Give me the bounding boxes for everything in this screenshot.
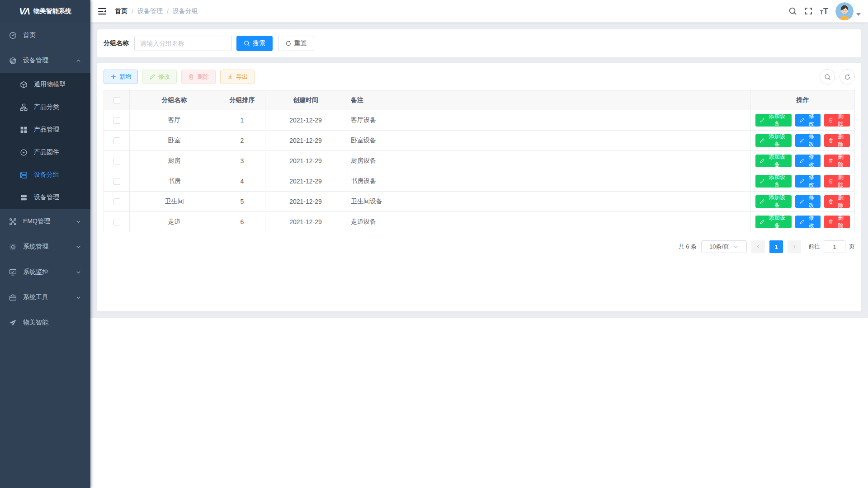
row-edit-button[interactable]: 修改 xyxy=(795,155,821,167)
cell-remark: 书房设备 xyxy=(346,171,751,192)
add-device-button[interactable]: 添加设备 xyxy=(755,134,792,147)
user-menu[interactable] xyxy=(835,2,861,20)
device-manage-icon xyxy=(9,57,17,65)
sidebar-item-product-manage[interactable]: 产品管理 xyxy=(0,118,90,141)
row-checkbox[interactable] xyxy=(113,158,120,164)
row-edit-label: 修改 xyxy=(806,194,816,209)
edit-button-label: 修改 xyxy=(158,73,170,81)
row-edit-label: 修改 xyxy=(806,113,816,128)
cell-group-name: 卫生间 xyxy=(130,192,219,212)
cell-group-order: 3 xyxy=(219,151,265,171)
group-name-input[interactable] xyxy=(134,36,232,51)
export-button[interactable]: 导出 xyxy=(220,70,255,84)
sidebar-item-label: 系统工具 xyxy=(23,293,75,301)
add-device-button[interactable]: 添加设备 xyxy=(755,114,792,127)
font-size-icon[interactable]: TT xyxy=(820,7,828,15)
sidebar-item-device-list[interactable]: 设备管理 xyxy=(0,186,90,209)
select-all-checkbox[interactable] xyxy=(113,97,120,104)
table-row: 书房 4 2021-12-29 书房设备 添加设备 修改 删除 xyxy=(104,171,855,192)
row-delete-button[interactable]: 删除 xyxy=(824,216,850,228)
cell-created-time: 2021-12-29 xyxy=(265,212,346,232)
sidebar-item-label: 系统管理 xyxy=(23,243,75,251)
cell-group-order: 4 xyxy=(219,171,265,192)
add-device-button[interactable]: 添加设备 xyxy=(755,175,792,188)
cell-created-time: 2021-12-29 xyxy=(265,192,346,212)
add-device-button[interactable]: 添加设备 xyxy=(755,216,792,228)
cell-group-name: 书房 xyxy=(130,171,219,192)
row-checkbox[interactable] xyxy=(113,117,120,124)
row-delete-label: 删除 xyxy=(835,153,846,169)
row-checkbox[interactable] xyxy=(113,137,120,144)
sidebar-item-common-model[interactable]: 通用物模型 xyxy=(0,73,90,96)
add-device-button[interactable]: 添加设备 xyxy=(755,155,792,167)
pagination-total: 共 6 条 xyxy=(679,243,697,251)
page-size-select[interactable]: 10条/页 xyxy=(701,240,747,253)
chevron-down-icon xyxy=(75,244,81,250)
navbar-actions: TT xyxy=(788,2,861,20)
row-delete-button[interactable]: 删除 xyxy=(824,134,850,147)
row-checkbox[interactable] xyxy=(113,219,120,225)
cell-group-order: 6 xyxy=(219,212,265,232)
refresh-button[interactable] xyxy=(840,69,855,84)
row-edit-button[interactable]: 修改 xyxy=(795,195,821,208)
row-edit-button[interactable]: 修改 xyxy=(795,216,821,228)
delete-icon xyxy=(828,138,834,143)
sidebar-item-product-category[interactable]: 产品分类 xyxy=(0,96,90,118)
toggle-search-button[interactable] xyxy=(820,69,835,84)
search-button[interactable]: 搜索 xyxy=(236,36,273,51)
add-device-button[interactable]: 添加设备 xyxy=(755,195,792,208)
sidebar-item-system-manage[interactable]: 系统管理 xyxy=(0,234,90,259)
app-root: VΛ 物美智能系统 首页 设备管理 通用物模型 产品分类 xyxy=(0,0,868,488)
row-edit-button[interactable]: 修改 xyxy=(795,175,821,188)
row-delete-label: 删除 xyxy=(835,113,846,128)
edit-icon xyxy=(760,199,765,204)
row-edit-button[interactable]: 修改 xyxy=(795,134,821,147)
add-device-label: 添加设备 xyxy=(767,113,788,128)
sidebar-item-system-monitor[interactable]: 系统监控 xyxy=(0,259,90,285)
row-checkbox[interactable] xyxy=(113,198,120,205)
row-delete-button[interactable]: 删除 xyxy=(824,175,850,188)
page-number-button[interactable]: 1 xyxy=(769,240,783,253)
header-group-name: 分组名称 xyxy=(130,90,219,110)
tools-icon xyxy=(9,294,17,301)
sidebar-item-label: 产品固件 xyxy=(34,148,81,156)
header-remark: 备注 xyxy=(346,90,751,110)
row-edit-button[interactable]: 修改 xyxy=(795,114,821,127)
fullscreen-icon[interactable] xyxy=(804,7,813,15)
cell-created-time: 2021-12-29 xyxy=(265,110,346,131)
hamburger-icon[interactable] xyxy=(98,7,107,16)
next-page-button[interactable] xyxy=(788,240,801,253)
delete-button[interactable]: 删除 xyxy=(181,70,216,84)
breadcrumb-home[interactable]: 首页 xyxy=(115,7,127,15)
edit-button[interactable]: 修改 xyxy=(142,70,177,84)
prev-page-button[interactable] xyxy=(751,240,765,253)
header-operations: 操作 xyxy=(751,90,855,110)
row-delete-button[interactable]: 删除 xyxy=(824,155,850,167)
avatar[interactable] xyxy=(835,2,854,20)
reset-button[interactable]: 重置 xyxy=(278,36,314,51)
sidebar-item-emq[interactable]: EMQ管理 xyxy=(0,209,90,234)
sidebar-item-device-manage[interactable]: 设备管理 xyxy=(0,48,90,73)
sidebar-item-product-firmware[interactable]: 产品固件 xyxy=(0,141,90,164)
sidebar-item-brand[interactable]: 物美智能 xyxy=(0,310,90,335)
edit-icon xyxy=(799,219,805,225)
logo-icon: VΛ xyxy=(19,6,29,17)
breadcrumb-separator: / xyxy=(167,8,169,15)
add-button[interactable]: 新增 xyxy=(104,70,138,84)
delete-icon xyxy=(828,199,834,204)
search-icon[interactable] xyxy=(788,7,797,15)
row-delete-button[interactable]: 删除 xyxy=(824,114,850,127)
sidebar-item-home[interactable]: 首页 xyxy=(0,23,90,48)
sidebar-item-system-tools[interactable]: 系统工具 xyxy=(0,285,90,310)
edit-icon xyxy=(799,117,805,123)
cell-group-order: 2 xyxy=(219,131,265,151)
row-checkbox[interactable] xyxy=(113,178,120,185)
sidebar-item-label: 设备管理 xyxy=(34,193,81,202)
goto-page-input[interactable] xyxy=(824,240,845,253)
cell-remark: 卫生间设备 xyxy=(346,192,751,212)
edit-icon xyxy=(760,219,765,225)
table-header-row: 分组名称 分组排序 创建时间 备注 操作 xyxy=(104,90,855,110)
cell-group-order: 5 xyxy=(219,192,265,212)
sidebar-item-device-group[interactable]: 设备分组 xyxy=(0,164,90,186)
row-delete-button[interactable]: 删除 xyxy=(824,195,850,208)
